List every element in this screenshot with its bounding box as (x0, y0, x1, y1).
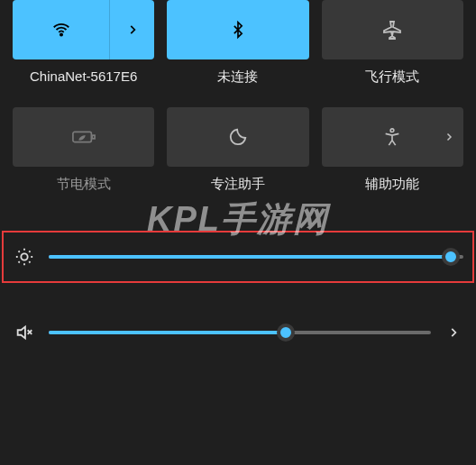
brightness-slider-thumb[interactable] (442, 248, 460, 266)
wifi-expand-button[interactable] (109, 0, 154, 59)
bluetooth-icon (229, 19, 247, 41)
brightness-slider[interactable] (49, 255, 463, 259)
wifi-icon (51, 20, 71, 40)
focus-assist-label: 专注助手 (211, 176, 265, 193)
bluetooth-label: 未连接 (217, 68, 258, 86)
svg-point-0 (60, 33, 62, 35)
battery-saver-label: 节电模式 (57, 176, 111, 193)
brightness-icon (13, 247, 36, 267)
svg-point-3 (390, 129, 394, 132)
bluetooth-tile[interactable] (167, 0, 308, 59)
wifi-toggle[interactable] (13, 0, 109, 59)
accessibility-icon (382, 127, 402, 147)
volume-slider-row (13, 306, 463, 359)
focus-assist-tile[interactable] (167, 107, 308, 167)
accessibility-label: 辅助功能 (365, 176, 419, 193)
svg-rect-2 (92, 135, 95, 139)
volume-slider-thumb[interactable] (277, 324, 295, 342)
chevron-right-icon (444, 132, 454, 142)
moon-icon (228, 127, 248, 147)
volume-mute-icon[interactable] (13, 323, 36, 342)
brightness-slider-row (2, 231, 474, 283)
svg-point-4 (21, 253, 27, 260)
chevron-right-icon (126, 23, 139, 36)
battery-leaf-icon (72, 128, 96, 146)
volume-slider[interactable] (49, 331, 431, 334)
wifi-label: ChinaNet-5617E6 (30, 68, 137, 84)
airplane-icon (381, 19, 403, 41)
airplane-label: 飞行模式 (365, 68, 419, 86)
wifi-tile[interactable] (13, 0, 154, 59)
battery-saver-tile[interactable] (13, 107, 154, 167)
accessibility-tile[interactable] (322, 107, 463, 167)
volume-expand-button[interactable] (444, 326, 463, 339)
airplane-tile[interactable] (322, 0, 463, 59)
